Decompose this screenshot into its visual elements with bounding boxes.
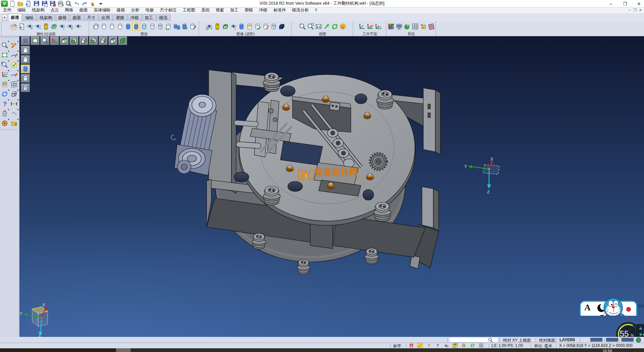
cylinder-wire-a-button[interactable] xyxy=(21,46,30,54)
cube-iso-button[interactable] xyxy=(118,36,127,45)
tab-dropdown-button[interactable]: ▼ xyxy=(2,14,7,21)
tab-线架构[interactable]: 线架构 xyxy=(37,14,55,21)
status-help-icon[interactable]: ? xyxy=(435,343,440,348)
menu-item-11[interactable]: 工程图 xyxy=(180,7,199,13)
workplane-pencil-icon[interactable] xyxy=(366,23,374,31)
status-rotate-icon[interactable] xyxy=(470,343,475,348)
menu-item-4[interactable]: 网格 xyxy=(62,7,76,13)
view-refresh-icon[interactable] xyxy=(331,23,339,31)
view-mode-label[interactable]: 绝对 XY 上视图 xyxy=(503,338,531,343)
color-swatch-3[interactable] xyxy=(622,338,634,342)
save-icon[interactable] xyxy=(33,0,40,7)
system-screen-icon[interactable] xyxy=(411,23,419,31)
tab-冲模[interactable]: 冲模 xyxy=(128,14,142,21)
tab-编辑[interactable]: 编辑 xyxy=(22,14,36,21)
print-preview-icon[interactable] xyxy=(65,0,72,7)
menu-item-6[interactable]: 实体编辑 xyxy=(91,7,114,13)
axes-view-icon[interactable] xyxy=(1,70,9,79)
zoom-one-to-one-icon[interactable]: 1:1 xyxy=(315,23,323,31)
eye-cube-add-icon[interactable]: + xyxy=(205,23,213,31)
close-button[interactable]: ✕ xyxy=(637,1,641,6)
menu-item-3[interactable]: 点云 xyxy=(48,7,62,13)
cylinder-wire-3-icon[interactable] xyxy=(116,23,124,31)
menu-item-13[interactable]: 视窗 xyxy=(213,7,227,13)
cube-top-button[interactable] xyxy=(60,36,69,45)
menu-item-19[interactable]: ? xyxy=(312,8,320,13)
view-smiley-icon[interactable] xyxy=(339,23,347,31)
spline-edit-icon[interactable] xyxy=(10,70,18,79)
eye-remove-icon[interactable]: − xyxy=(34,23,42,31)
eye-plus-minus-icon[interactable]: ± xyxy=(58,23,66,31)
attribute-document-icon[interactable] xyxy=(18,23,26,31)
pencil-delete-icon[interactable]: ✕ xyxy=(10,41,18,49)
cylinder-wire-1-icon[interactable] xyxy=(100,23,108,31)
cylinder-solid-selected-button[interactable] xyxy=(21,64,30,73)
view-mode2-label[interactable]: 绝对视图 xyxy=(539,338,555,343)
spline-pencil-icon[interactable] xyxy=(10,51,18,59)
tab-标准[interactable]: 标准 xyxy=(8,14,22,21)
window-grid-icon[interactable] xyxy=(10,80,18,88)
view-fit-button[interactable] xyxy=(31,36,40,45)
tab-塑膜[interactable]: 塑膜 xyxy=(113,14,127,21)
status-layers-icon[interactable] xyxy=(461,343,467,348)
new-document-icon[interactable] xyxy=(9,0,16,7)
menu-item-10[interactable]: 尺寸标注 xyxy=(157,7,180,13)
view-undo-icon[interactable] xyxy=(10,109,18,118)
menu-item-1[interactable]: 编辑 xyxy=(14,7,29,13)
viewport-3d[interactable]: X Y Z X Y Z xyxy=(19,36,644,337)
arrow-ne-icon[interactable] xyxy=(323,23,331,31)
menu-item-12[interactable]: 系统 xyxy=(198,7,213,13)
cylinder-blue-2-icon[interactable] xyxy=(237,23,246,31)
print-icon[interactable] xyxy=(57,0,64,7)
eye-add-icon[interactable]: + xyxy=(26,23,34,31)
layer-label[interactable]: LAYER0 xyxy=(559,338,575,342)
erase-brush-icon[interactable] xyxy=(1,109,9,118)
open-folder-icon[interactable] xyxy=(17,0,24,7)
cylinder-refresh-icon[interactable] xyxy=(92,23,100,31)
help-question-icon[interactable]: ? xyxy=(1,99,9,108)
cylinder-blue-selected-icon[interactable] xyxy=(132,23,140,31)
zoom-cubes-icon[interactable] xyxy=(307,23,315,31)
cylinder-blue-icon[interactable] xyxy=(124,23,132,31)
workplane-axes-icon[interactable] xyxy=(358,23,366,31)
palette-layers-icon[interactable] xyxy=(1,80,9,88)
cylinder-hatch-v-button[interactable] xyxy=(21,83,30,92)
system-redgrid-icon[interactable] xyxy=(427,23,435,31)
globe-icon[interactable] xyxy=(636,338,641,343)
system-monitor-icon[interactable] xyxy=(395,23,403,31)
cube-shade-icon[interactable] xyxy=(10,90,18,98)
navigation-wheel-icon[interactable] xyxy=(1,119,9,127)
status-workplane-selected-icon[interactable] xyxy=(452,343,458,348)
menu-item-0[interactable]: 文件 xyxy=(0,7,14,13)
view-axes-button[interactable] xyxy=(50,36,59,45)
cylinder-wire-2-icon[interactable] xyxy=(108,23,116,31)
visi-logo-icon[interactable]: V xyxy=(1,1,8,7)
mdi-close-button[interactable]: ✕ xyxy=(639,8,642,12)
traffic-light-icon[interactable] xyxy=(42,23,50,31)
status-grid-icon[interactable] xyxy=(478,343,484,348)
mdi-restore-button[interactable]: ❐ xyxy=(633,8,637,12)
measure-distance-icon[interactable] xyxy=(10,99,18,108)
zoom-sketch-icon[interactable] xyxy=(1,41,9,49)
cube-bottom-button[interactable] xyxy=(69,36,78,45)
cylinder-pencil-icon[interactable] xyxy=(262,23,270,31)
menu-item-2[interactable]: 线架构 xyxy=(29,7,48,13)
color-swatch-2[interactable] xyxy=(606,338,618,342)
system-colorgrid-icon[interactable] xyxy=(387,23,395,31)
menu-item-9[interactable]: 电极 xyxy=(143,7,157,13)
import-document-icon[interactable] xyxy=(25,0,32,7)
cylinder-wire-b-button[interactable] xyxy=(21,55,30,64)
traffic-cube-icon[interactable] xyxy=(213,23,221,31)
taskbar[interactable]: 16:58 xyxy=(0,348,644,352)
menu-item-15[interactable]: 塑模 xyxy=(241,7,256,13)
eye-refresh-icon[interactable] xyxy=(50,23,58,31)
cube-navy-icon[interactable] xyxy=(278,23,286,31)
cylinder-arrow-icon[interactable] xyxy=(180,23,189,31)
cube-left-button[interactable] xyxy=(79,36,88,45)
menu-item-16[interactable]: 冲模 xyxy=(256,7,270,13)
view-zoom-button[interactable] xyxy=(40,36,49,45)
cube-front-button[interactable] xyxy=(89,36,98,45)
cylinder-cyan-icon[interactable] xyxy=(140,23,148,31)
tab-尺寸[interactable]: 尺寸 xyxy=(85,14,98,21)
menu-item-8[interactable]: 分析 xyxy=(128,7,143,13)
